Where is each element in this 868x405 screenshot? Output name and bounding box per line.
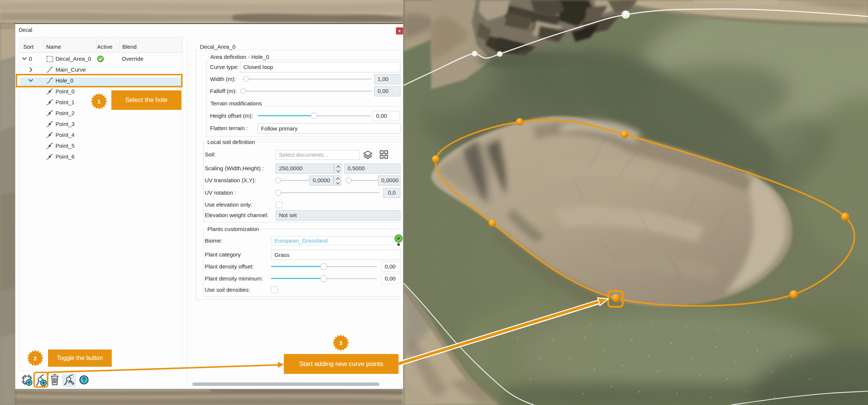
svg-text:1: 1 bbox=[97, 98, 100, 105]
svg-text:2: 2 bbox=[34, 355, 37, 362]
svg-text:3: 3 bbox=[339, 340, 342, 346]
svg-text:?: ? bbox=[82, 377, 86, 383]
